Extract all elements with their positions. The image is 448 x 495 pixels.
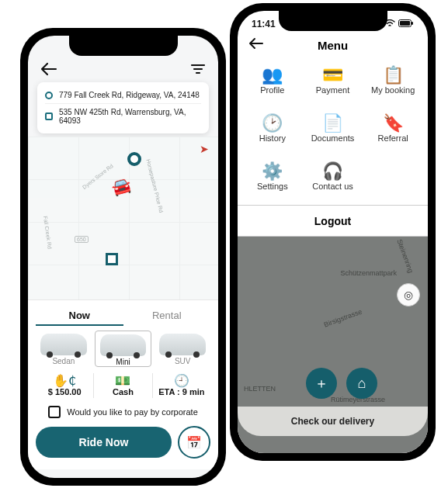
map-view[interactable]: Dyers Store Rd Horsepasture Price Rd Fal…	[28, 137, 218, 299]
clock-icon: 🕘	[153, 375, 210, 387]
svg-rect-2	[400, 21, 410, 26]
eta-cell: 🕘 ETA : 9 min	[153, 373, 210, 398]
tab-rental[interactable]: Rental	[123, 306, 211, 326]
payment-value: Cash	[94, 387, 151, 396]
menu-item-profile[interactable]: 👥 Profile	[242, 65, 303, 95]
menu-label: Contact us	[303, 182, 363, 191]
payment-icon: 💳	[303, 65, 363, 85]
home-icon: ⌂	[358, 376, 366, 392]
contact-icon: 🎧	[303, 161, 363, 182]
price-value: $ 150.00	[36, 387, 93, 396]
documents-icon: 📄	[303, 113, 363, 133]
svg-rect-1	[412, 22, 413, 25]
menu-item-settings[interactable]: ⚙️ Settings	[242, 161, 303, 191]
menu-screen: 11:41 📶 Menu 👥 Profile	[230, 3, 436, 461]
menu-item-referral[interactable]: 🔖 Referral	[363, 113, 423, 143]
ride-booking-screen: 779 Fall Creek Rd, Ridgeway, VA, 24148 5…	[20, 28, 226, 486]
pickup-address: 779 Fall Creek Rd, Ridgeway, VA, 24148	[59, 91, 200, 99]
settings-icon: ⚙️	[242, 161, 303, 182]
menu-item-history[interactable]: 🕑 History	[242, 113, 303, 143]
menu-item-payment[interactable]: 💳 Payment	[303, 65, 363, 95]
road-label: Horsepasture Price Rd	[146, 158, 165, 213]
menu-label: Settings	[242, 182, 303, 191]
menu-grid: 👥 Profile 💳 Payment 📋 My booking 🕑 Histo…	[238, 62, 428, 205]
battery-icon	[398, 19, 414, 29]
menu-item-documents[interactable]: 📄 Documents	[303, 113, 363, 143]
car-option-sedan[interactable]: Sedan	[36, 331, 92, 367]
logout-button[interactable]: Logout	[238, 205, 428, 237]
crosshair-icon: ◎	[404, 289, 413, 301]
road-label: Fall Creek Rd	[43, 216, 53, 249]
cash-icon: 💵	[94, 375, 151, 387]
device-notch	[69, 36, 178, 56]
road-label: Dyers Store Rd	[82, 163, 114, 190]
address-card: 779 Fall Creek Rd, Ridgeway, VA, 24148 5…	[37, 82, 209, 133]
route-badge: 650	[75, 236, 89, 243]
menu-item-booking[interactable]: 📋 My booking	[363, 65, 423, 95]
page-title: Menu	[248, 39, 417, 52]
mini-car-icon	[100, 334, 147, 356]
check-delivery-banner[interactable]: Check our delivery	[238, 407, 428, 436]
booking-icon: 📋	[363, 65, 423, 85]
home-fab-button[interactable]: ⌂	[346, 368, 377, 399]
back-arrow-icon[interactable]	[40, 62, 57, 76]
menu-item-contact[interactable]: 🎧 Contact us	[303, 161, 363, 191]
history-icon: 🕑	[242, 113, 303, 133]
tab-now[interactable]: Now	[36, 306, 123, 326]
pickup-address-row[interactable]: 779 Fall Creek Rd, Ridgeway, VA, 24148	[45, 87, 201, 103]
menu-label: History	[242, 133, 303, 143]
eta-value: ETA : 9 min	[153, 387, 210, 396]
corporate-label: Would you like to pay by corporate	[67, 407, 198, 417]
plus-icon: ＋	[314, 374, 328, 393]
car-option-mini[interactable]: Mini	[95, 331, 152, 367]
profile-icon: 👥	[242, 65, 303, 85]
dropoff-pin-icon	[45, 112, 53, 120]
compass-icon[interactable]: ➤	[200, 143, 209, 155]
car-label: Mini	[116, 358, 130, 366]
car-label: Sedan	[52, 357, 75, 365]
menu-label: Payment	[303, 85, 363, 95]
filter-icon[interactable]	[190, 63, 206, 75]
dropoff-address-row[interactable]: 535 NW 425th Rd, Warrensburg, VA, 64093	[45, 103, 201, 129]
schedule-button[interactable]: 📅	[178, 426, 210, 459]
destination-marker-icon	[106, 253, 118, 265]
locate-me-button[interactable]: ◎	[397, 283, 420, 306]
payment-cell[interactable]: 💵 Cash	[94, 373, 152, 398]
menu-label: Documents	[303, 133, 363, 143]
add-fab-button[interactable]: ＋	[306, 368, 337, 399]
car-label: SUV	[175, 357, 191, 365]
referral-icon: 🔖	[363, 113, 423, 133]
sedan-car-icon	[40, 334, 87, 355]
pickup-pin-icon	[45, 92, 53, 99]
price-icon: ✋₵	[36, 375, 93, 387]
background-map: Schützenmattpark HLETTEN Steinenring Bir…	[238, 237, 428, 453]
calendar-icon: 📅	[186, 435, 202, 450]
suv-car-icon	[159, 334, 206, 355]
menu-label: Profile	[242, 85, 303, 95]
car-option-suv[interactable]: SUV	[155, 331, 210, 367]
menu-label: My booking	[363, 85, 423, 95]
menu-label: Referral	[363, 133, 423, 143]
price-cell: ✋₵ $ 150.00	[36, 373, 94, 398]
device-notch	[279, 11, 387, 31]
ride-now-button[interactable]: Ride Now	[36, 427, 172, 458]
booking-sheet: Now Rental Sedan Mini SUV ✋₵	[28, 299, 218, 469]
car-marker-icon: 🚘	[109, 175, 133, 198]
status-time: 11:41	[252, 19, 276, 29]
corporate-checkbox[interactable]	[48, 406, 61, 418]
dropoff-address: 535 NW 425th Rd, Warrensburg, VA, 64093	[59, 108, 201, 125]
origin-marker-icon	[127, 152, 141, 166]
